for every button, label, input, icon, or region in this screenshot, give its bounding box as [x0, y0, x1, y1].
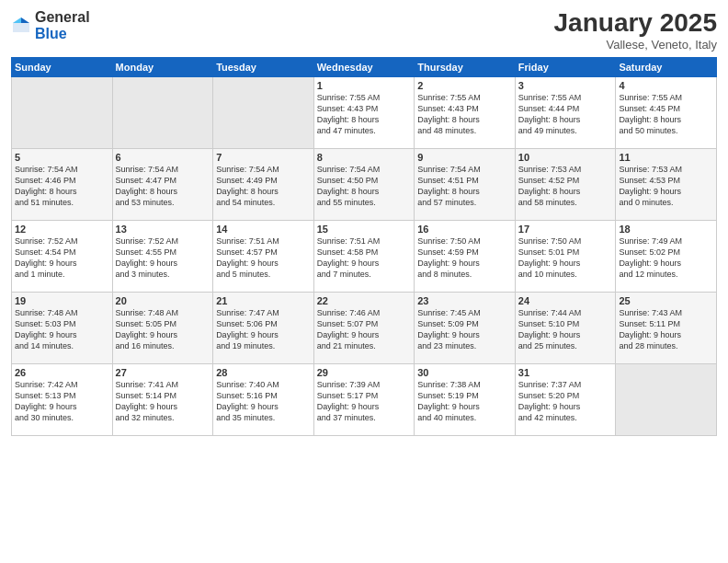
calendar-cell: 1Sunrise: 7:55 AM Sunset: 4:43 PM Daylig… — [313, 76, 415, 148]
week-row-2: 5Sunrise: 7:54 AM Sunset: 4:46 PM Daylig… — [12, 148, 717, 220]
calendar-cell: 17Sunrise: 7:50 AM Sunset: 5:01 PM Dayli… — [515, 220, 616, 292]
calendar-container: General Blue January 2025 Vallese, Venet… — [0, 0, 728, 563]
weekday-header-monday: Monday — [112, 57, 213, 76]
cell-sun-info: Sunrise: 7:54 AM Sunset: 4:50 PM Dayligh… — [317, 164, 412, 209]
cell-sun-info: Sunrise: 7:40 AM Sunset: 5:16 PM Dayligh… — [216, 379, 311, 424]
cell-sun-info: Sunrise: 7:51 AM Sunset: 4:58 PM Dayligh… — [317, 236, 412, 281]
day-number: 4 — [619, 80, 713, 91]
calendar-cell: 30Sunrise: 7:38 AM Sunset: 5:19 PM Dayli… — [415, 363, 516, 435]
cell-sun-info: Sunrise: 7:38 AM Sunset: 5:19 PM Dayligh… — [417, 379, 512, 424]
day-number: 1 — [317, 80, 412, 91]
cell-sun-info: Sunrise: 7:53 AM Sunset: 4:52 PM Dayligh… — [518, 164, 613, 209]
calendar-cell: 14Sunrise: 7:51 AM Sunset: 4:57 PM Dayli… — [213, 220, 314, 292]
title-block: January 2025 Vallese, Veneto, Italy — [554, 9, 717, 52]
day-number: 12 — [15, 224, 109, 235]
day-number: 30 — [417, 367, 512, 378]
day-number: 20 — [116, 295, 210, 306]
calendar-cell: 12Sunrise: 7:52 AM Sunset: 4:54 PM Dayli… — [12, 220, 113, 292]
cell-sun-info: Sunrise: 7:44 AM Sunset: 5:10 PM Dayligh… — [518, 307, 613, 352]
weekday-header-row: SundayMondayTuesdayWednesdayThursdayFrid… — [12, 57, 717, 76]
day-number: 15 — [317, 224, 412, 235]
cell-sun-info: Sunrise: 7:54 AM Sunset: 4:51 PM Dayligh… — [417, 164, 512, 209]
calendar-cell: 21Sunrise: 7:47 AM Sunset: 5:06 PM Dayli… — [213, 292, 314, 363]
weekday-header-wednesday: Wednesday — [313, 57, 415, 76]
calendar-cell: 4Sunrise: 7:55 AM Sunset: 4:45 PM Daylig… — [616, 76, 717, 148]
cell-sun-info: Sunrise: 7:42 AM Sunset: 5:13 PM Dayligh… — [15, 379, 109, 424]
cell-sun-info: Sunrise: 7:52 AM Sunset: 4:54 PM Dayligh… — [15, 236, 109, 281]
day-number: 9 — [417, 152, 512, 163]
header: General Blue January 2025 Vallese, Venet… — [11, 9, 717, 52]
day-number: 23 — [417, 295, 512, 306]
calendar-cell: 25Sunrise: 7:43 AM Sunset: 5:11 PM Dayli… — [616, 292, 717, 363]
calendar-cell: 9Sunrise: 7:54 AM Sunset: 4:51 PM Daylig… — [415, 148, 516, 220]
calendar-cell: 7Sunrise: 7:54 AM Sunset: 4:49 PM Daylig… — [213, 148, 314, 220]
day-number: 7 — [216, 152, 311, 163]
logo-blue: Blue — [35, 26, 90, 42]
calendar-cell: 20Sunrise: 7:48 AM Sunset: 5:05 PM Dayli… — [112, 292, 213, 363]
day-number: 28 — [216, 367, 311, 378]
day-number: 21 — [216, 295, 311, 306]
location-subtitle: Vallese, Veneto, Italy — [554, 38, 717, 52]
weekday-header-thursday: Thursday — [415, 57, 516, 76]
cell-sun-info: Sunrise: 7:45 AM Sunset: 5:09 PM Dayligh… — [417, 307, 512, 352]
day-number: 5 — [15, 152, 109, 163]
cell-sun-info: Sunrise: 7:55 AM Sunset: 4:43 PM Dayligh… — [417, 92, 512, 137]
calendar-table: SundayMondayTuesdayWednesdayThursdayFrid… — [11, 57, 717, 436]
cell-sun-info: Sunrise: 7:43 AM Sunset: 5:11 PM Dayligh… — [619, 307, 713, 352]
weekday-header-tuesday: Tuesday — [213, 57, 314, 76]
calendar-cell: 27Sunrise: 7:41 AM Sunset: 5:14 PM Dayli… — [112, 363, 213, 435]
cell-sun-info: Sunrise: 7:53 AM Sunset: 4:53 PM Dayligh… — [619, 164, 713, 209]
calendar-cell: 22Sunrise: 7:46 AM Sunset: 5:07 PM Dayli… — [313, 292, 415, 363]
cell-sun-info: Sunrise: 7:50 AM Sunset: 5:01 PM Dayligh… — [518, 236, 613, 281]
cell-sun-info: Sunrise: 7:51 AM Sunset: 4:57 PM Dayligh… — [216, 236, 311, 281]
calendar-cell: 24Sunrise: 7:44 AM Sunset: 5:10 PM Dayli… — [515, 292, 616, 363]
week-row-4: 19Sunrise: 7:48 AM Sunset: 5:03 PM Dayli… — [12, 292, 717, 363]
logo-general: General — [35, 9, 90, 26]
cell-sun-info: Sunrise: 7:49 AM Sunset: 5:02 PM Dayligh… — [619, 236, 713, 281]
weekday-header-friday: Friday — [515, 57, 616, 76]
day-number: 22 — [317, 295, 412, 306]
week-row-3: 12Sunrise: 7:52 AM Sunset: 4:54 PM Dayli… — [12, 220, 717, 292]
calendar-cell: 5Sunrise: 7:54 AM Sunset: 4:46 PM Daylig… — [12, 148, 113, 220]
cell-sun-info: Sunrise: 7:48 AM Sunset: 5:05 PM Dayligh… — [116, 307, 210, 352]
day-number: 27 — [116, 367, 210, 378]
calendar-body: 1Sunrise: 7:55 AM Sunset: 4:43 PM Daylig… — [12, 76, 717, 435]
calendar-cell: 6Sunrise: 7:54 AM Sunset: 4:47 PM Daylig… — [112, 148, 213, 220]
svg-marker-2 — [13, 17, 21, 23]
day-number: 19 — [15, 295, 109, 306]
cell-sun-info: Sunrise: 7:48 AM Sunset: 5:03 PM Dayligh… — [15, 307, 109, 352]
calendar-cell: 29Sunrise: 7:39 AM Sunset: 5:17 PM Dayli… — [313, 363, 415, 435]
month-title: January 2025 — [554, 9, 717, 38]
cell-sun-info: Sunrise: 7:55 AM Sunset: 4:44 PM Dayligh… — [518, 92, 613, 137]
day-number: 8 — [317, 152, 412, 163]
weekday-header-saturday: Saturday — [616, 57, 717, 76]
day-number: 18 — [619, 224, 713, 235]
calendar-cell — [616, 363, 717, 435]
cell-sun-info: Sunrise: 7:41 AM Sunset: 5:14 PM Dayligh… — [116, 379, 210, 424]
calendar-cell: 11Sunrise: 7:53 AM Sunset: 4:53 PM Dayli… — [616, 148, 717, 220]
calendar-cell: 26Sunrise: 7:42 AM Sunset: 5:13 PM Dayli… — [12, 363, 113, 435]
calendar-cell: 15Sunrise: 7:51 AM Sunset: 4:58 PM Dayli… — [313, 220, 415, 292]
calendar-cell: 16Sunrise: 7:50 AM Sunset: 4:59 PM Dayli… — [415, 220, 516, 292]
cell-sun-info: Sunrise: 7:52 AM Sunset: 4:55 PM Dayligh… — [116, 236, 210, 281]
day-number: 31 — [518, 367, 613, 378]
cell-sun-info: Sunrise: 7:55 AM Sunset: 4:45 PM Dayligh… — [619, 92, 713, 137]
day-number: 14 — [216, 224, 311, 235]
calendar-cell: 28Sunrise: 7:40 AM Sunset: 5:16 PM Dayli… — [213, 363, 314, 435]
day-number: 24 — [518, 295, 613, 306]
day-number: 2 — [417, 80, 512, 91]
logo-icon — [11, 16, 31, 36]
cell-sun-info: Sunrise: 7:39 AM Sunset: 5:17 PM Dayligh… — [317, 379, 412, 424]
calendar-cell: 2Sunrise: 7:55 AM Sunset: 4:43 PM Daylig… — [415, 76, 516, 148]
calendar-cell: 3Sunrise: 7:55 AM Sunset: 4:44 PM Daylig… — [515, 76, 616, 148]
weekday-header-sunday: Sunday — [12, 57, 113, 76]
cell-sun-info: Sunrise: 7:54 AM Sunset: 4:46 PM Dayligh… — [15, 164, 109, 209]
day-number: 29 — [317, 367, 412, 378]
day-number: 3 — [518, 80, 613, 91]
cell-sun-info: Sunrise: 7:55 AM Sunset: 4:43 PM Dayligh… — [317, 92, 412, 137]
logo: General Blue — [11, 9, 90, 41]
calendar-cell — [213, 76, 314, 148]
calendar-cell: 19Sunrise: 7:48 AM Sunset: 5:03 PM Dayli… — [12, 292, 113, 363]
calendar-cell — [12, 76, 113, 148]
week-row-5: 26Sunrise: 7:42 AM Sunset: 5:13 PM Dayli… — [12, 363, 717, 435]
